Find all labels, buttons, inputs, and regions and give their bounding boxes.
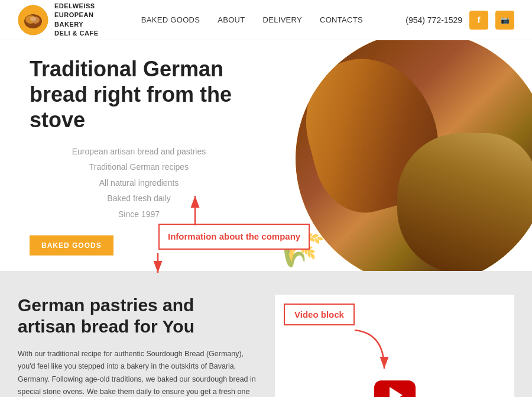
yt-play-icon[interactable] (374, 380, 416, 397)
video-annotation-arrow (346, 327, 393, 375)
youtube-play-button[interactable] (374, 380, 416, 397)
logo-text: EDELWEISS EUROPEAN BAKERY DELI & CAFE (54, 2, 99, 38)
section-two-title: German pastries and artisan bread for Yo… (18, 295, 257, 337)
section-two-left: German pastries and artisan bread for Yo… (18, 295, 257, 397)
subtitle-4: Baked fresh daily (30, 191, 248, 206)
section-two-para1: With our traditional recipe for authenti… (18, 348, 257, 397)
subtitle-3: All natural ingredients (30, 175, 248, 191)
hero-cta-button[interactable]: BAKED GOODS (30, 235, 113, 255)
nav-delivery[interactable]: DELIVERY (263, 15, 302, 24)
instagram-button[interactable]: 📷 (495, 11, 514, 30)
hero-circle-image (296, 40, 532, 271)
section-down-arrow (142, 252, 174, 276)
hero-section: Traditional German bread right from the … (0, 40, 532, 271)
video-annotation-box: Video block (284, 304, 355, 325)
header-right: (954) 772-1529 f 📷 (406, 11, 514, 30)
subtitle-2: Traditional German recipes (30, 159, 248, 175)
facebook-button[interactable]: f (469, 11, 488, 30)
main-nav: BAKED GOODS ABOUT DELIVERY CONTACTS (141, 15, 363, 24)
site-header: EDELWEISS EUROPEAN BAKERY DELI & CAFE BA… (0, 0, 532, 40)
hero-subtitles: European artisan bread and pastries Trad… (30, 143, 248, 222)
nav-baked-goods[interactable]: BAKED GOODS (141, 15, 200, 24)
logo-icon (18, 5, 48, 35)
section-two: German pastries and artisan bread for Yo… (0, 271, 532, 397)
video-block: Video block (275, 295, 514, 397)
section-two-right: Video block (275, 295, 514, 397)
svg-point-4 (30, 17, 36, 21)
annotation-arrow (180, 193, 210, 228)
hero-title: Traditional German bread right from the … (30, 56, 248, 133)
bread-image (296, 40, 532, 271)
logo: EDELWEISS EUROPEAN BAKERY DELI & CAFE (18, 2, 99, 38)
subtitle-1: European artisan bread and pastries (30, 143, 248, 159)
subtitle-5: Since 1997 (30, 206, 248, 222)
phone-number: (954) 772-1529 (406, 15, 462, 25)
nav-about[interactable]: ABOUT (218, 15, 245, 24)
nav-contacts[interactable]: CONTACTS (320, 15, 363, 24)
